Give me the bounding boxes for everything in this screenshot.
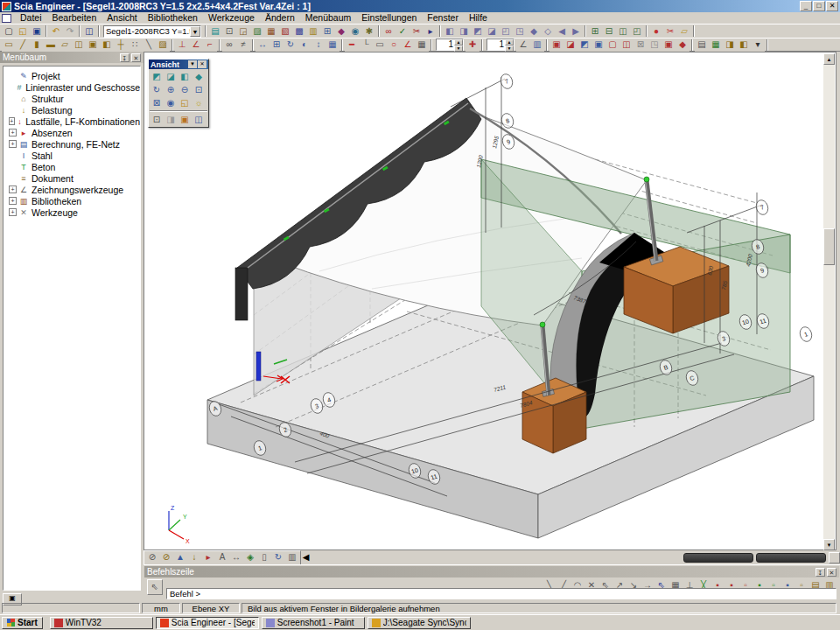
hinge-icon[interactable]: ∠ <box>189 38 203 52</box>
wall-icon[interactable]: ◫ <box>72 38 86 52</box>
document-icon[interactable]: ▨ <box>250 24 264 38</box>
plate-icon[interactable]: ▱ <box>58 38 72 52</box>
close-icon[interactable]: ✕ <box>131 53 141 62</box>
spinner-up-icon[interactable]: ▲ <box>505 39 514 46</box>
redo-icon[interactable]: ↷ <box>63 24 77 38</box>
mirror-icon[interactable]: ◐ <box>298 38 312 52</box>
clipping-box-icon[interactable]: ⊠ <box>634 38 648 52</box>
project-combo[interactable]: Segel1-2008RC3 Y=1.5 2x▼ <box>103 25 201 38</box>
view-prev-icon[interactable]: ◀ <box>555 24 569 38</box>
opening-icon[interactable]: ▣ <box>86 38 100 52</box>
visibility-icon[interactable]: ◆ <box>676 38 690 52</box>
expand-icon[interactable]: + <box>9 197 17 205</box>
menu-einstellungen[interactable]: Einstellungen <box>356 12 422 24</box>
expand-icon[interactable]: + <box>9 186 17 193</box>
printer-icon[interactable]: ⊡ <box>222 24 236 38</box>
line-icon[interactable]: ━ <box>345 38 359 52</box>
title-bar[interactable]: Scia Engineer - [Segel1-2008RC3 Y=1.5 2x… <box>0 0 840 12</box>
print-view-icon[interactable]: ⊡ <box>150 113 164 126</box>
scale-icon[interactable]: ↕ <box>312 38 326 52</box>
sidebar-item-absenzen[interactable]: +▸Absenzen <box>4 127 140 138</box>
scrollbar-thumb[interactable] <box>823 228 835 265</box>
gallery-icon[interactable]: ▦ <box>264 24 278 38</box>
scale-x-spinner[interactable]: 1▲▼ <box>436 38 464 51</box>
commandline-header[interactable]: Befehlszeile ↧ ✕ <box>144 566 839 578</box>
view-side-icon[interactable]: ◧ <box>178 70 192 83</box>
expand-icon[interactable]: + <box>9 117 15 125</box>
shrink-members-icon[interactable]: ▯ <box>257 551 271 564</box>
view-back-icon[interactable]: ◨ <box>457 24 471 38</box>
image-to-gallery-icon[interactable]: ▤ <box>695 38 709 52</box>
view-left-icon[interactable]: ◩ <box>471 24 485 38</box>
sidebar-item-linienraster-und-geschosse[interactable]: #Linienraster und Geschosse <box>4 81 140 93</box>
menu-werkzeuge[interactable]: Werkzeuge <box>203 12 260 24</box>
activity-selection-icon[interactable]: ▢ <box>606 38 620 52</box>
angle-icon[interactable]: ∠ <box>401 38 415 52</box>
results-icon[interactable]: ◉ <box>348 24 362 38</box>
send-view-icon[interactable]: ◨ <box>164 113 178 126</box>
rib-icon[interactable]: ┼ <box>114 38 128 52</box>
activity-off-icon[interactable]: ▣ <box>662 38 676 52</box>
picture-icon[interactable]: ▧ <box>278 24 292 38</box>
menu-bibliotheken[interactable]: Bibliotheken <box>143 12 203 24</box>
scale-y-spinner[interactable]: 1▲▼ <box>486 38 514 51</box>
start-button[interactable]: Start <box>2 617 43 629</box>
menu-datei[interactable]: Datei <box>15 12 47 24</box>
undo-icon[interactable]: ↶ <box>49 24 63 38</box>
named-views-icon[interactable]: ◫ <box>192 113 206 126</box>
expand-icon[interactable]: + <box>9 140 17 148</box>
spinner-up-icon[interactable]: ▲ <box>454 39 463 46</box>
move-icon[interactable]: ↔ <box>256 38 270 52</box>
pull-bar-1[interactable] <box>683 553 753 563</box>
save-icon[interactable]: ▣ <box>30 24 44 38</box>
table-icon[interactable]: ▥ <box>306 24 320 38</box>
sidebar-item-lastf-lle-lf-kombinationen[interactable]: +↓Lastfälle, LF-Kombinationen <box>4 116 140 127</box>
circle-icon[interactable]: ○ <box>387 38 401 52</box>
show-dimensions-icon[interactable]: ↔ <box>229 551 243 564</box>
show-labels-icon[interactable]: ▸ <box>201 551 215 564</box>
solver-icon[interactable]: ◆ <box>334 24 348 38</box>
rotate-view-icon[interactable]: ↻ <box>150 83 164 96</box>
cut-view-icon[interactable]: ✂ <box>663 24 677 38</box>
preview-print-icon[interactable]: ◨ <box>723 38 737 52</box>
chevron-down-icon[interactable]: ▼ <box>188 60 197 68</box>
activity-all-icon[interactable]: ▣ <box>592 38 606 52</box>
light-icon[interactable]: ☼ <box>192 96 206 109</box>
command-input[interactable] <box>166 588 836 599</box>
sidebar-item-dokument[interactable]: ≡Dokument <box>4 172 140 184</box>
axis-cross-icon[interactable]: ✚ <box>466 38 480 52</box>
combo-dropdown-icon[interactable]: ▼ <box>190 26 200 37</box>
multicopy-icon[interactable]: ▦ <box>326 38 340 52</box>
zoom-all-icon[interactable]: ⊠ <box>150 96 164 109</box>
menu-hilfe[interactable]: Hilfe <box>464 12 493 24</box>
calculation-icon[interactable]: ✱ <box>362 24 376 38</box>
mesh-icon[interactable]: ⊞ <box>320 24 334 38</box>
new-gallery-picture-icon[interactable]: ▱ <box>677 24 691 38</box>
check-structure-icon[interactable]: ✓ <box>396 24 410 38</box>
rigid-arm-icon[interactable]: ⌐ <box>203 38 217 52</box>
sidebar-item-struktur[interactable]: ⌂Struktur <box>4 93 140 104</box>
open-icon[interactable]: ◱ <box>16 24 30 38</box>
rotate-icon[interactable]: ↻ <box>284 38 298 52</box>
expand-icon[interactable]: + <box>9 208 17 216</box>
show-supports-icon[interactable]: ▲ <box>173 551 187 564</box>
view-front-icon[interactable]: ◧ <box>443 24 457 38</box>
task-scia-engineer-segel[interactable]: Scia Engineer - [Segel... <box>156 617 259 629</box>
task-screenshot1-paint[interactable]: Screenshot1 - Paint <box>262 617 365 629</box>
column-icon[interactable]: ▮ <box>30 38 44 52</box>
rectangle-icon[interactable]: ▭ <box>373 38 387 52</box>
activity-by-layer-icon[interactable]: ▣ <box>550 38 564 52</box>
activity-invert-icon[interactable]: ◩ <box>578 38 592 52</box>
beam-end-post[interactable] <box>235 268 248 320</box>
close-button[interactable]: ✕ <box>826 1 838 11</box>
beam-icon[interactable]: ▬ <box>44 38 58 52</box>
catalog-blocks-icon[interactable]: ▭ <box>2 38 16 52</box>
activity-workplane-icon[interactable]: ◳ <box>648 38 662 52</box>
surface-icon[interactable]: ▨ <box>156 38 170 52</box>
menu-fenster[interactable]: Fenster <box>422 12 464 24</box>
connect-members-icon[interactable]: ∞ <box>222 38 236 52</box>
sidebar-item-zeichnungswerkzeuge[interactable]: +∠Zeichnungswerkzeuge <box>4 184 140 195</box>
ucs-icon[interactable]: ∠ <box>516 38 530 52</box>
ansicht-palette[interactable]: Ansicht ▼ ✕ ◩◪◧◆↻⊕⊖⊡⊠◉◱☼⊡◨▣◫ <box>148 59 209 128</box>
run-icon[interactable]: ▸ <box>424 24 438 38</box>
